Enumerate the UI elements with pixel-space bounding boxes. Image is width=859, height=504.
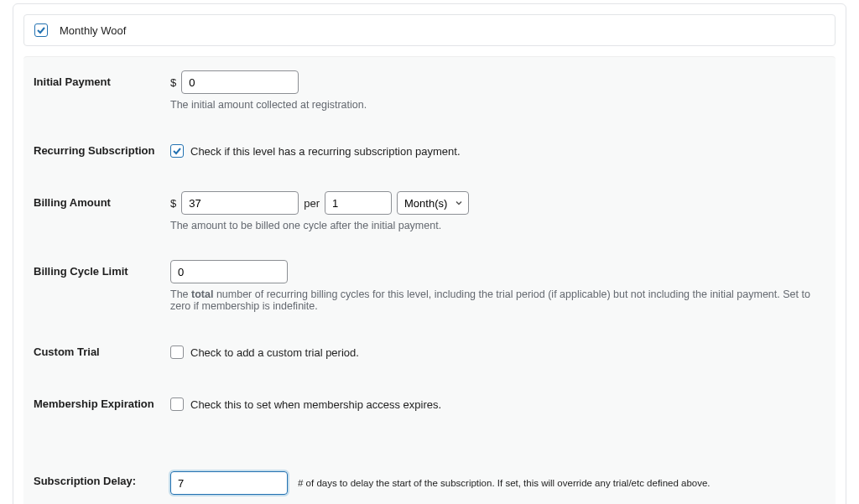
initial-payment-help: The initial amount collected at registra… xyxy=(170,99,819,111)
cycle-limit-help: The total number of recurring billing cy… xyxy=(170,288,819,312)
billing-amount-help: The amount to be billed one cycle after … xyxy=(170,220,819,231)
row-recurring: Recurring Subscription Check if this lev… xyxy=(23,119,836,171)
form-body: Initial Payment $ The initial amount col… xyxy=(23,56,836,504)
check-icon xyxy=(172,146,182,156)
expiration-text: Check this to set when membership access… xyxy=(190,398,441,411)
sub-delay-desc: # of days to delay the start of the subs… xyxy=(298,478,711,488)
row-initial-payment: Initial Payment $ The initial amount col… xyxy=(23,62,836,119)
billing-cycle-num-input[interactable] xyxy=(325,191,392,215)
billing-amount-input[interactable] xyxy=(181,191,299,215)
row-billing-amount: Billing Amount $ per Month(s) xyxy=(23,171,836,240)
row-sub-delay: Subscription Delay: # of days to delay t… xyxy=(23,424,836,503)
level-name-label: Monthly Woof xyxy=(60,24,126,37)
recurring-text: Check if this level has a recurring subs… xyxy=(190,145,461,158)
currency-symbol: $ xyxy=(170,197,176,210)
expiration-checkbox[interactable] xyxy=(170,397,184,411)
expiration-label: Membership Expiration xyxy=(23,392,170,410)
billing-cycle-unit-wrap: Month(s) xyxy=(397,191,469,215)
recurring-checkbox[interactable] xyxy=(170,144,184,158)
level-enabled-checkbox[interactable] xyxy=(34,23,48,37)
cycle-limit-label: Billing Cycle Limit xyxy=(23,260,170,278)
initial-payment-label: Initial Payment xyxy=(23,70,170,88)
settings-panel: Monthly Woof Initial Payment $ The initi… xyxy=(13,3,846,504)
row-custom-trial: Custom Trial Check to add a custom trial… xyxy=(23,320,836,372)
per-label: per xyxy=(304,197,320,210)
recurring-label: Recurring Subscription xyxy=(23,139,170,157)
row-expiration: Membership Expiration Check this to set … xyxy=(23,372,836,424)
custom-trial-label: Custom Trial xyxy=(23,340,170,358)
custom-trial-text: Check to add a custom trial period. xyxy=(190,346,359,359)
currency-symbol: $ xyxy=(170,76,176,89)
billing-cycle-unit-select[interactable]: Month(s) xyxy=(397,191,469,215)
cycle-limit-input[interactable] xyxy=(170,260,288,283)
sub-delay-input[interactable] xyxy=(170,471,288,495)
initial-payment-input[interactable] xyxy=(181,70,299,94)
level-header: Monthly Woof xyxy=(23,14,836,46)
check-icon xyxy=(36,25,46,35)
custom-trial-checkbox[interactable] xyxy=(170,346,184,359)
billing-amount-label: Billing Amount xyxy=(23,191,170,209)
sub-delay-label: Subscription Delay: xyxy=(23,471,170,487)
row-cycle-limit: Billing Cycle Limit The total number of … xyxy=(23,240,836,320)
